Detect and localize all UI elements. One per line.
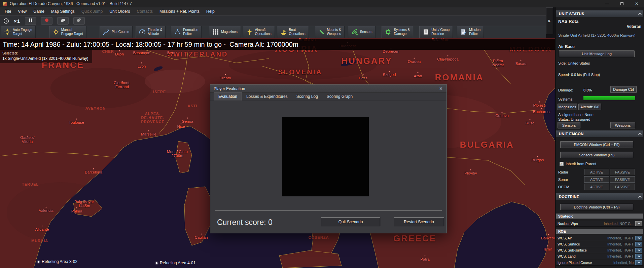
toolbar-button-label: FormationEditor (183, 28, 198, 36)
dialog-close-button[interactable]: ✕ (435, 86, 446, 91)
restart-scenario-button[interactable]: Restart Scenario (394, 217, 444, 226)
map-city-label: Clermont- Ferrand (114, 81, 131, 89)
tab-losses-expenditures[interactable]: Losses & Expenditures (242, 93, 292, 101)
emcon-sonar-active-button[interactable]: ACTIVE (584, 176, 609, 183)
map-city-label: Bucharest (533, 110, 550, 114)
erase-tool-button[interactable] (73, 17, 85, 25)
maximize-icon (620, 2, 623, 5)
toolbar-button-unit-group-doctrine[interactable]: Unit / GroupDoctrine (419, 26, 453, 38)
map-city-dot (201, 234, 202, 235)
doctrine-row-dropdown-button[interactable] (635, 236, 642, 240)
inherit-from-parent-checkbox[interactable]: ✓ (560, 162, 564, 166)
toolbar-button-systems-damage[interactable]: Systems &Damage (382, 26, 413, 38)
emcon-sonar-passive-button[interactable]: PASSIVE (610, 176, 635, 183)
boat-icon (280, 29, 287, 35)
menu-item-view[interactable]: View (14, 7, 30, 15)
map-region-label: CHER (102, 49, 114, 53)
toolbar-main: Auto EngageTargetManualEngage TargetPlot… (0, 26, 546, 38)
maximize-button[interactable] (614, 0, 629, 7)
map-reference-point: Refueling Area 4-01 (156, 261, 195, 265)
doctrine-row-dropdown-button[interactable] (635, 254, 642, 259)
emcon-radar-passive-button[interactable]: PASSIVE (610, 169, 635, 175)
sensors-window-button[interactable]: Sensors Window (F9) (560, 152, 633, 158)
tab-scoring-log[interactable]: Scoring Log (292, 93, 322, 101)
damage-ctrl-button[interactable]: Damage Ctrl (610, 86, 637, 93)
select-tool-button[interactable] (57, 17, 69, 25)
nuclear-wpn-dropdown-button[interactable] (635, 221, 642, 226)
menu-item-missions-ref-points[interactable]: Missions + Ref. Points (156, 7, 203, 15)
map-city-label: Debrecen (383, 49, 399, 53)
doctrine-title: DOCTRINE (559, 195, 579, 199)
menu-item-game[interactable]: Game (30, 7, 48, 15)
toolbar-button-manual-engage-target[interactable]: ManualEngage Target (49, 26, 86, 38)
toolbar-button-auto-engage-target[interactable]: Auto EngageTarget (1, 26, 36, 38)
app-icon (3, 2, 7, 6)
unit-type-link[interactable]: Single-Unit Airfield (1x 3201-4000m Runw… (558, 33, 637, 38)
window-title: Operation El Dorado Canyon, 1986 - Comma… (10, 1, 600, 6)
doctrine-row-dropdown-button[interactable] (635, 242, 642, 246)
magazines-button[interactable]: Magazines (558, 104, 577, 110)
nuclear-wpn-row: Nuclear Wpn Inherited, NOT G... (556, 221, 643, 227)
doctrine-header[interactable]: DOCTRINE (556, 193, 643, 200)
toolbar-button-boat-operations[interactable]: BoatOperations (277, 26, 309, 38)
emcon-row-label-oecm: OECM (558, 185, 569, 189)
doctrine-row-value: Inherited, TIGHT (607, 236, 635, 240)
doctrine-window-button[interactable]: Doctrine Window (Ctrl + F9) (560, 204, 633, 210)
clock-icon[interactable] (3, 18, 9, 24)
sidebar-collapse-strip[interactable]: ▶ (546, 7, 553, 34)
map-city-label: Ploieşti (533, 103, 545, 107)
menu-item-file[interactable]: File (1, 7, 14, 15)
dialog-tab-bar: EvaluationLosses & ExpendituresScoring L… (210, 93, 446, 101)
map-city-label: Valencia (39, 208, 53, 213)
doctrine-row-dropdown-button[interactable] (635, 248, 642, 253)
toolbar-button-sensors[interactable]: Sensors (348, 26, 376, 38)
menu-item-help[interactable]: Help (203, 7, 218, 15)
dialog-separator (215, 210, 442, 211)
weapons-button[interactable]: Weapons (610, 122, 635, 128)
map-city-dot (42, 226, 43, 227)
systems-label: Systems: (558, 97, 573, 101)
map-city-dot (547, 245, 548, 246)
time-compression-button[interactable]: ×1 (14, 18, 20, 24)
menu-item-unit-orders[interactable]: Unit Orders (106, 7, 133, 15)
emcon-radar-active-button[interactable]: ACTIVE (584, 169, 609, 175)
map-country-label: BULGARIA (460, 140, 514, 150)
doctrine-row-label: Ignore Plotted Course (558, 261, 592, 265)
doctrine-row-dropdown-button[interactable] (635, 260, 642, 265)
nuclear-wpn-value: Inherited, NOT G... (604, 222, 635, 226)
unit-message-log-button[interactable]: Unit Message Log (559, 50, 635, 57)
tab-scoring-graph[interactable]: Scoring Graph (322, 93, 357, 101)
record-button[interactable] (41, 17, 52, 25)
evaluation-image (282, 117, 369, 196)
strategic-subheader: Strategic (556, 214, 643, 219)
minimize-button[interactable] (600, 0, 614, 7)
quit-scenario-button[interactable]: Quit Scenario (321, 217, 380, 226)
toolbar-button-mission-editor[interactable]: MissionEditor (457, 26, 484, 38)
selection-label: Selected: (2, 51, 88, 55)
menu-item-map-settings[interactable]: Map Settings (48, 7, 78, 15)
unit-name: NAS Rota (558, 19, 578, 24)
toolbar-button-aircraft-operations[interactable]: AircraftOperations (243, 26, 275, 38)
toolbar-button-label: MissionEditor (469, 28, 480, 36)
emcon-window-button[interactable]: EMCON Window (Ctrl + F9) (560, 141, 633, 148)
toolbar-button-throttle-altitude[interactable]: Throttle &Altitude (136, 26, 166, 38)
toolbar-button-plot-course[interactable]: Plot Course (100, 26, 133, 38)
emcon-oecm-passive-button[interactable]: PASSIVE (610, 184, 635, 190)
sensors-button[interactable]: Sensors (558, 122, 580, 128)
map-city-label: Pécs (359, 76, 367, 80)
toolbar-button-magazines[interactable]: Magazines (209, 26, 241, 38)
emcon-row-label-radar: Radar (558, 170, 568, 174)
emcon-oecm-active-button[interactable]: ACTIVE (584, 184, 609, 190)
unit-status-header[interactable]: UNIT STATUS (556, 10, 643, 17)
pause-button[interactable] (25, 17, 36, 25)
minimize-icon (605, 4, 609, 4)
current-score: Current score: 0 (217, 218, 273, 227)
doctrine-row-label: WCS, Land (558, 254, 576, 258)
aircraft-button[interactable]: Aircraft: 0/0 (578, 104, 601, 110)
dialog-title-bar[interactable]: Player Evaluation ✕ (210, 85, 446, 93)
unit-emcon-header[interactable]: UNIT EMCON (556, 130, 643, 137)
close-button[interactable]: ✕ (629, 0, 644, 7)
toolbar-button-mounts-weapons[interactable]: Mounts &Weapons (315, 26, 345, 38)
tab-evaluation[interactable]: Evaluation (214, 92, 242, 101)
toolbar-button-formation-editor[interactable]: FormationEditor (171, 26, 202, 38)
